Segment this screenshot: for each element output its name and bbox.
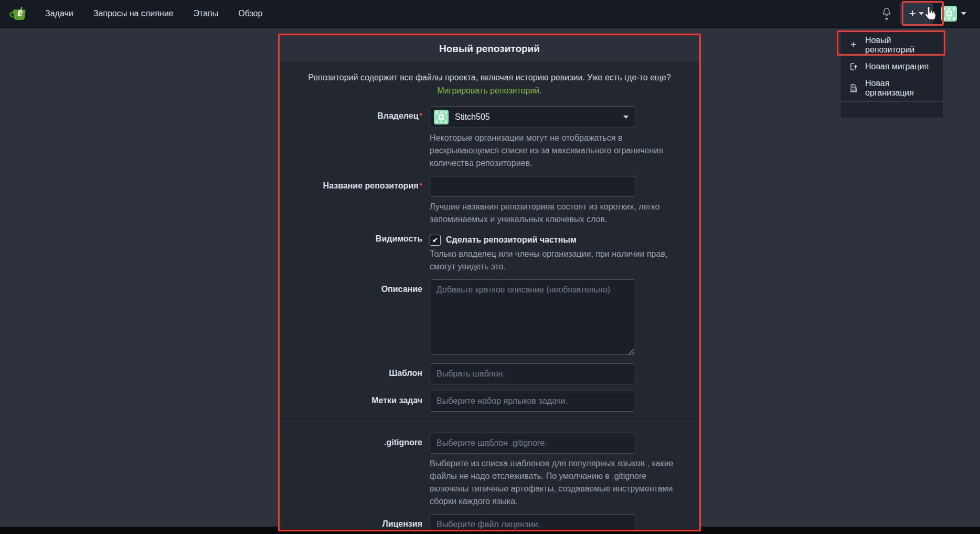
- navbar: Задачи Запросы на слияние Этапы Обзор +: [0, 0, 980, 28]
- menu-divider: [840, 101, 943, 102]
- form-header: Новый репозиторий: [280, 35, 699, 63]
- field-license: Лицензия Лицензия определяет, что другие…: [280, 514, 699, 531]
- menu-item-label: Новая миграция: [865, 62, 929, 71]
- required-asterisk: *: [420, 111, 422, 120]
- nav-link-explore[interactable]: Обзор: [238, 9, 262, 18]
- notifications-bell-icon[interactable]: [881, 7, 892, 20]
- gitignore-input[interactable]: [430, 433, 635, 454]
- owner-select[interactable]: Stitch505: [430, 106, 635, 128]
- gitea-logo-icon[interactable]: [8, 5, 27, 22]
- chevron-down-icon: [623, 116, 629, 119]
- form-body: Репозиторий содержит все файлы проекта, …: [280, 63, 699, 531]
- form-intro: Репозиторий содержит все файлы проекта, …: [306, 71, 673, 98]
- field-owner: Владелец*: [280, 106, 699, 170]
- owner-help-text: Некоторые организации могут не отображат…: [430, 132, 686, 170]
- field-template: Шаблон: [280, 363, 699, 384]
- field-issue-labels: Метки задач: [280, 391, 699, 412]
- avatar: [941, 6, 957, 22]
- required-asterisk: *: [420, 181, 422, 190]
- repo-name-input[interactable]: [430, 176, 635, 197]
- chevron-down-icon: [961, 12, 966, 15]
- menu-item-label: Новый репозиторий: [865, 36, 935, 55]
- navbar-right: +: [881, 3, 972, 24]
- nav-link-pull-requests[interactable]: Запросы на слияние: [93, 9, 174, 18]
- nav-links: Задачи Запросы на слияние Этапы Обзор: [45, 9, 262, 18]
- field-repo-name: Название репозитория* Лучшие названия ре…: [280, 176, 699, 226]
- repo-name-help-text: Лучшие названия репозиториев состоят из …: [430, 201, 686, 226]
- field-gitignore: .gitignore Выберите из списка шаблонов д…: [280, 433, 699, 508]
- field-description: Описание: [280, 279, 699, 357]
- plus-icon: +: [848, 40, 858, 50]
- license-label: Лицензия: [280, 514, 422, 531]
- new-repository-form: Новый репозиторий Репозиторий содержит в…: [278, 34, 701, 531]
- section-divider: [280, 422, 699, 422]
- menu-item-new-repository[interactable]: + Новый репозиторий: [840, 34, 943, 56]
- owner-selected-value: Stitch505: [455, 112, 490, 122]
- template-input[interactable]: [430, 363, 635, 384]
- chevron-down-icon: [919, 12, 924, 15]
- visibility-help-text: Только владелец или члены организации, п…: [430, 248, 686, 273]
- nav-link-milestones[interactable]: Этапы: [193, 9, 218, 18]
- issue-labels-input[interactable]: [430, 391, 635, 412]
- organization-icon: [848, 83, 858, 93]
- repo-name-label: Название репозитория*: [280, 176, 422, 226]
- page-title: Новый репозиторий: [439, 43, 540, 55]
- owner-label: Владелец*: [280, 106, 422, 170]
- issue-labels-label: Метки задач: [280, 391, 422, 412]
- menu-item-label: Новая организация: [865, 79, 935, 98]
- migrate-repository-link[interactable]: Мигрировать репозиторий.: [437, 86, 541, 95]
- private-checkbox-label[interactable]: Сделать репозиторий частным: [446, 235, 577, 245]
- nav-link-issues[interactable]: Задачи: [45, 9, 73, 18]
- create-new-dropdown: + Новый репозиторий Новая миграция: [840, 30, 943, 118]
- private-checkbox[interactable]: ✔: [430, 235, 441, 246]
- create-new-button[interactable]: +: [900, 3, 933, 24]
- template-label: Шаблон: [280, 363, 422, 384]
- gitignore-label: .gitignore: [280, 433, 422, 508]
- field-visibility: Видимость ✔ Сделать репозиторий частным …: [280, 232, 699, 273]
- user-menu[interactable]: [941, 6, 966, 22]
- gitignore-help-text: Выберите из списка шаблонов для популярн…: [430, 457, 686, 508]
- description-label: Описание: [280, 279, 422, 357]
- avatar: [434, 110, 449, 124]
- plus-icon: +: [909, 8, 916, 19]
- migrate-icon: [848, 61, 858, 71]
- intro-text: Репозиторий содержит все файлы проекта, …: [308, 73, 671, 82]
- menu-item-new-organization[interactable]: Новая организация: [840, 77, 943, 99]
- menu-item-new-migration[interactable]: Новая миграция: [840, 56, 943, 77]
- description-textarea[interactable]: [430, 279, 635, 355]
- visibility-label: Видимость: [280, 232, 422, 273]
- bell-caret-icon: [885, 18, 889, 20]
- license-input[interactable]: [430, 514, 635, 531]
